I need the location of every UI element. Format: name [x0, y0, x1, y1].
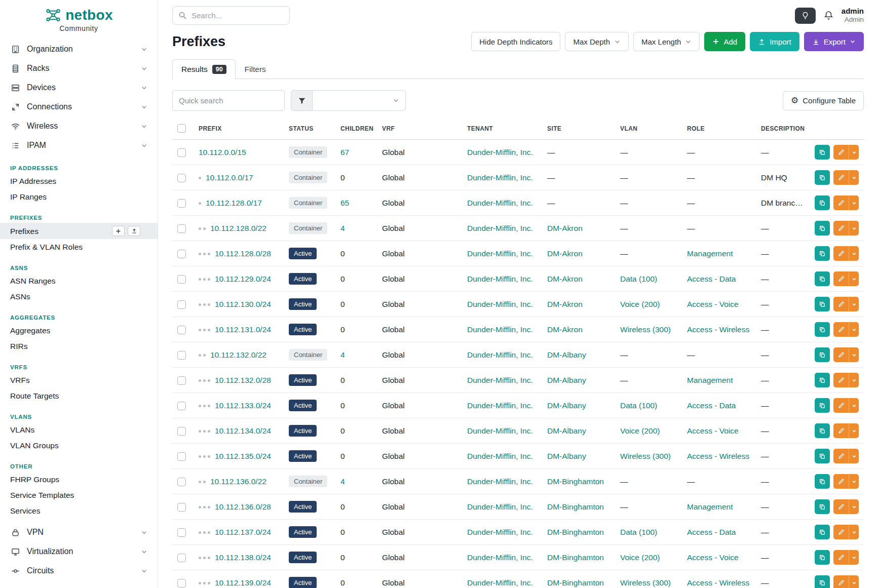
- row-checkbox[interactable]: [177, 478, 186, 486]
- edit-button[interactable]: [833, 322, 849, 337]
- sidebar-item-organization[interactable]: Organization: [0, 40, 158, 59]
- copy-button[interactable]: [815, 297, 830, 311]
- row-checkbox[interactable]: [177, 402, 186, 410]
- sidebar-item-vlan-groups[interactable]: VLAN Groups: [0, 438, 158, 453]
- copy-button[interactable]: [815, 221, 830, 236]
- edit-button[interactable]: [833, 423, 849, 438]
- copy-button[interactable]: [815, 398, 830, 413]
- site-link[interactable]: DM-Binghamton: [547, 528, 604, 536]
- edit-dropdown-caret[interactable]: [849, 474, 859, 489]
- prefix-link[interactable]: 10.112.135.0/24: [215, 452, 271, 460]
- role-link[interactable]: Access - Wireless: [687, 325, 749, 334]
- row-checkbox[interactable]: [177, 554, 186, 562]
- column-header-children[interactable]: CHILDREN: [335, 117, 377, 140]
- site-link[interactable]: DM-Binghamton: [547, 578, 604, 587]
- edit-button[interactable]: [833, 449, 849, 463]
- quick-search-input[interactable]: [172, 90, 285, 111]
- copy-button[interactable]: [815, 271, 830, 286]
- edit-dropdown-caret[interactable]: [849, 347, 859, 362]
- row-checkbox[interactable]: [177, 250, 186, 258]
- edit-button[interactable]: [833, 271, 849, 286]
- edit-dropdown-caret[interactable]: [849, 170, 859, 185]
- edit-button[interactable]: [833, 550, 849, 565]
- role-link[interactable]: Access - Voice: [687, 300, 739, 308]
- tenant-link[interactable]: Dunder-Mifflin, Inc.: [467, 173, 533, 182]
- role-link[interactable]: Access - Data: [687, 528, 736, 536]
- sidebar-item-asns[interactable]: ASNs: [0, 289, 158, 304]
- site-link[interactable]: DM-Albany: [547, 426, 586, 435]
- vlan-link[interactable]: Wireless (300): [620, 452, 671, 460]
- sidebar-item-connections[interactable]: Connections: [0, 97, 158, 116]
- tenant-link[interactable]: Dunder-Mifflin, Inc.: [467, 477, 533, 486]
- sidebar-item-asn-ranges[interactable]: ASN Ranges: [0, 273, 158, 289]
- site-link[interactable]: DM-Akron: [547, 300, 583, 308]
- column-header-vrf[interactable]: VRF: [377, 117, 462, 140]
- row-checkbox[interactable]: [177, 452, 186, 461]
- children-count-link[interactable]: 65: [340, 199, 349, 207]
- sidebar-item-racks[interactable]: Racks: [0, 59, 158, 78]
- row-checkbox[interactable]: [177, 503, 186, 512]
- tenant-link[interactable]: Dunder-Mifflin, Inc.: [467, 350, 533, 359]
- sidebar-item-virtualization[interactable]: Virtualization: [0, 542, 158, 561]
- edit-dropdown-caret[interactable]: [849, 575, 859, 588]
- tenant-link[interactable]: Dunder-Mifflin, Inc.: [467, 578, 533, 587]
- sidebar-item-vrfs[interactable]: VRFs: [0, 372, 158, 388]
- saved-filter-select[interactable]: [313, 90, 406, 111]
- sidebar-item-aggregates[interactable]: Aggregates: [0, 323, 158, 338]
- select-all-checkbox[interactable]: [177, 124, 186, 133]
- site-link[interactable]: DM-Akron: [547, 275, 583, 283]
- max-depth-dropdown[interactable]: Max Depth: [565, 32, 629, 51]
- export-dropdown-button[interactable]: Export: [804, 32, 864, 51]
- copy-button[interactable]: [815, 170, 830, 185]
- sidebar-item-route-targets[interactable]: Route Targets: [0, 388, 158, 404]
- site-link[interactable]: DM-Akron: [547, 325, 583, 334]
- tenant-link[interactable]: Dunder-Mifflin, Inc.: [467, 148, 533, 156]
- site-link[interactable]: DM-Binghamton: [547, 553, 604, 562]
- vlan-link[interactable]: Voice (200): [620, 553, 660, 562]
- children-count-link[interactable]: 67: [340, 148, 349, 156]
- sidebar-item-wireless[interactable]: Wireless: [0, 116, 158, 136]
- row-checkbox[interactable]: [177, 376, 186, 385]
- role-link[interactable]: Management: [687, 249, 733, 258]
- tenant-link[interactable]: Dunder-Mifflin, Inc.: [467, 275, 533, 283]
- column-header-description[interactable]: DESCRIPTION: [756, 117, 809, 140]
- tenant-link[interactable]: Dunder-Mifflin, Inc.: [467, 452, 533, 460]
- edit-button[interactable]: [833, 398, 849, 413]
- row-checkbox[interactable]: [177, 300, 186, 309]
- site-link[interactable]: DM-Albany: [547, 401, 586, 410]
- prefix-link[interactable]: 10.112.0.0/17: [206, 173, 253, 182]
- site-link[interactable]: DM-Binghamton: [547, 477, 604, 486]
- vlan-link[interactable]: Voice (200): [620, 426, 660, 435]
- copy-button[interactable]: [815, 423, 830, 438]
- role-link[interactable]: Access - Data: [687, 401, 736, 410]
- site-link[interactable]: DM-Albany: [547, 350, 586, 359]
- edit-dropdown-caret[interactable]: [849, 271, 859, 286]
- row-checkbox[interactable]: [177, 174, 186, 182]
- edit-button[interactable]: [833, 297, 849, 311]
- vlan-link[interactable]: Data (100): [620, 275, 657, 283]
- edit-dropdown-caret[interactable]: [849, 449, 859, 463]
- row-checkbox[interactable]: [177, 528, 186, 537]
- copy-button[interactable]: [815, 449, 830, 463]
- sidebar-item-prefix-vlan-roles[interactable]: Prefix & VLAN Roles: [0, 239, 158, 255]
- copy-button[interactable]: [815, 474, 830, 489]
- copy-button[interactable]: [815, 550, 830, 565]
- sidebar-item-rirs[interactable]: RIRs: [0, 338, 158, 354]
- tab-results[interactable]: Results 90: [172, 59, 236, 79]
- copy-button[interactable]: [815, 246, 830, 261]
- sidebar-item-vlans[interactable]: VLANs: [0, 422, 158, 438]
- sidebar-item-prefixes[interactable]: Prefixes: [0, 223, 158, 239]
- configure-table-button[interactable]: ⚙ Configure Table: [783, 91, 864, 110]
- brand[interactable]: netbox Community: [0, 7, 158, 32]
- column-header-role[interactable]: ROLE: [682, 117, 756, 140]
- copy-button[interactable]: [815, 373, 830, 387]
- row-checkbox[interactable]: [177, 351, 186, 360]
- column-header-status[interactable]: STATUS: [284, 117, 335, 140]
- tenant-link[interactable]: Dunder-Mifflin, Inc.: [467, 300, 533, 308]
- edit-button[interactable]: [833, 373, 849, 387]
- tenant-link[interactable]: Dunder-Mifflin, Inc.: [467, 426, 533, 435]
- column-header-tenant[interactable]: TENANT: [462, 117, 542, 140]
- edit-dropdown-caret[interactable]: [849, 322, 859, 337]
- sidebar-item-ipam[interactable]: IPAM: [0, 136, 158, 155]
- add-button[interactable]: Add: [704, 32, 745, 51]
